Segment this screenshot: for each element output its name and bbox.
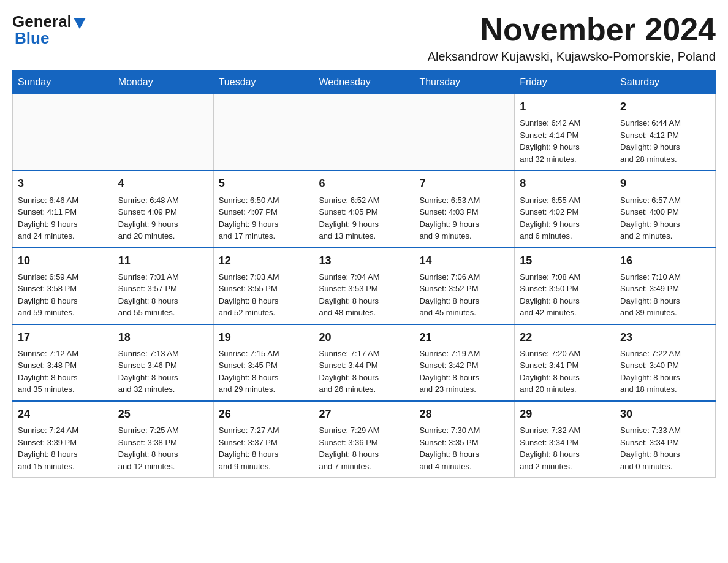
calendar-header-row: Sunday Monday Tuesday Wednesday Thursday…: [13, 71, 716, 94]
day-number: 12: [219, 253, 309, 269]
day-info: Sunrise: 7:33 AM Sunset: 3:34 PM Dayligh…: [620, 424, 710, 472]
table-row: 19Sunrise: 7:15 AM Sunset: 3:45 PM Dayli…: [213, 324, 314, 401]
day-number: 20: [319, 330, 409, 345]
table-row: 13Sunrise: 7:04 AM Sunset: 3:53 PM Dayli…: [314, 248, 414, 324]
day-number: 18: [118, 330, 208, 345]
day-number: 4: [118, 176, 208, 191]
day-number: 16: [620, 253, 710, 269]
day-number: 26: [219, 407, 309, 422]
table-row: 12Sunrise: 7:03 AM Sunset: 3:55 PM Dayli…: [213, 248, 314, 324]
calendar-week-1: 1Sunrise: 6:42 AM Sunset: 4:14 PM Daylig…: [13, 94, 716, 171]
table-row: 5Sunrise: 6:50 AM Sunset: 4:07 PM Daylig…: [213, 170, 314, 247]
day-info: Sunrise: 6:42 AM Sunset: 4:14 PM Dayligh…: [520, 117, 610, 165]
table-row: 16Sunrise: 7:10 AM Sunset: 3:49 PM Dayli…: [615, 248, 716, 324]
day-info: Sunrise: 7:22 AM Sunset: 3:40 PM Dayligh…: [620, 348, 710, 396]
table-row: 15Sunrise: 7:08 AM Sunset: 3:50 PM Dayli…: [515, 248, 615, 324]
logo-triangle-icon: [74, 18, 86, 29]
day-info: Sunrise: 7:03 AM Sunset: 3:55 PM Dayligh…: [219, 271, 309, 319]
table-row: 28Sunrise: 7:30 AM Sunset: 3:35 PM Dayli…: [414, 401, 515, 478]
day-number: 30: [620, 407, 710, 422]
day-number: 3: [18, 176, 108, 191]
day-info: Sunrise: 6:53 AM Sunset: 4:03 PM Dayligh…: [419, 194, 509, 242]
day-info: Sunrise: 7:30 AM Sunset: 3:35 PM Dayligh…: [419, 424, 509, 472]
day-info: Sunrise: 7:32 AM Sunset: 3:34 PM Dayligh…: [520, 424, 610, 472]
table-row: 6Sunrise: 6:52 AM Sunset: 4:05 PM Daylig…: [314, 170, 414, 247]
day-info: Sunrise: 7:25 AM Sunset: 3:38 PM Dayligh…: [118, 424, 208, 472]
day-info: Sunrise: 6:44 AM Sunset: 4:12 PM Dayligh…: [620, 117, 710, 165]
table-row: 24Sunrise: 7:24 AM Sunset: 3:39 PM Dayli…: [13, 401, 113, 478]
day-number: 5: [219, 176, 309, 191]
table-row: 11Sunrise: 7:01 AM Sunset: 3:57 PM Dayli…: [113, 248, 213, 324]
table-row: [414, 94, 515, 171]
day-info: Sunrise: 6:57 AM Sunset: 4:00 PM Dayligh…: [620, 194, 710, 242]
table-row: 9Sunrise: 6:57 AM Sunset: 4:00 PM Daylig…: [615, 170, 716, 247]
table-row: [13, 94, 113, 171]
col-wednesday: Wednesday: [314, 71, 414, 94]
col-thursday: Thursday: [414, 71, 515, 94]
col-tuesday: Tuesday: [213, 71, 314, 94]
day-info: Sunrise: 7:06 AM Sunset: 3:52 PM Dayligh…: [419, 271, 509, 319]
day-number: 15: [520, 253, 610, 269]
day-number: 27: [319, 407, 409, 422]
day-number: 22: [520, 330, 610, 345]
day-number: 7: [419, 176, 509, 191]
location-title: Aleksandrow Kujawski, Kujawsko-Pomorskie…: [428, 50, 716, 64]
day-info: Sunrise: 7:13 AM Sunset: 3:46 PM Dayligh…: [118, 348, 208, 396]
table-row: 4Sunrise: 6:48 AM Sunset: 4:09 PM Daylig…: [113, 170, 213, 247]
day-number: 1: [520, 99, 610, 115]
table-row: 30Sunrise: 7:33 AM Sunset: 3:34 PM Dayli…: [615, 401, 716, 478]
col-friday: Friday: [515, 71, 615, 94]
day-number: 19: [219, 330, 309, 345]
table-row: [113, 94, 213, 171]
day-info: Sunrise: 7:19 AM Sunset: 3:42 PM Dayligh…: [419, 348, 509, 396]
day-info: Sunrise: 7:01 AM Sunset: 3:57 PM Dayligh…: [118, 271, 208, 319]
title-block: November 2024 Aleksandrow Kujawski, Kuja…: [428, 12, 716, 64]
day-number: 13: [319, 253, 409, 269]
table-row: 21Sunrise: 7:19 AM Sunset: 3:42 PM Dayli…: [414, 324, 515, 401]
day-number: 14: [419, 253, 509, 269]
day-info: Sunrise: 7:17 AM Sunset: 3:44 PM Dayligh…: [319, 348, 409, 396]
table-row: 14Sunrise: 7:06 AM Sunset: 3:52 PM Dayli…: [414, 248, 515, 324]
day-number: 25: [118, 407, 208, 422]
day-info: Sunrise: 7:10 AM Sunset: 3:49 PM Dayligh…: [620, 271, 710, 319]
calendar-week-4: 17Sunrise: 7:12 AM Sunset: 3:48 PM Dayli…: [13, 324, 716, 401]
table-row: 1Sunrise: 6:42 AM Sunset: 4:14 PM Daylig…: [515, 94, 615, 171]
table-row: 25Sunrise: 7:25 AM Sunset: 3:38 PM Dayli…: [113, 401, 213, 478]
day-info: Sunrise: 7:08 AM Sunset: 3:50 PM Dayligh…: [520, 271, 610, 319]
col-monday: Monday: [113, 71, 213, 94]
table-row: 8Sunrise: 6:55 AM Sunset: 4:02 PM Daylig…: [515, 170, 615, 247]
day-info: Sunrise: 7:12 AM Sunset: 3:48 PM Dayligh…: [18, 348, 108, 396]
table-row: 22Sunrise: 7:20 AM Sunset: 3:41 PM Dayli…: [515, 324, 615, 401]
table-row: 10Sunrise: 6:59 AM Sunset: 3:58 PM Dayli…: [13, 248, 113, 324]
calendar-week-2: 3Sunrise: 6:46 AM Sunset: 4:11 PM Daylig…: [13, 170, 716, 247]
day-info: Sunrise: 7:15 AM Sunset: 3:45 PM Dayligh…: [219, 348, 309, 396]
month-title: November 2024: [428, 12, 716, 47]
day-number: 8: [520, 176, 610, 191]
table-row: [314, 94, 414, 171]
day-info: Sunrise: 6:52 AM Sunset: 4:05 PM Dayligh…: [319, 194, 409, 242]
day-info: Sunrise: 6:46 AM Sunset: 4:11 PM Dayligh…: [18, 194, 108, 242]
col-saturday: Saturday: [615, 71, 716, 94]
day-number: 23: [620, 330, 710, 345]
table-row: 20Sunrise: 7:17 AM Sunset: 3:44 PM Dayli…: [314, 324, 414, 401]
table-row: 26Sunrise: 7:27 AM Sunset: 3:37 PM Dayli…: [213, 401, 314, 478]
logo: General Blue: [12, 12, 86, 48]
day-number: 11: [118, 253, 208, 269]
table-row: 23Sunrise: 7:22 AM Sunset: 3:40 PM Dayli…: [615, 324, 716, 401]
table-row: 27Sunrise: 7:29 AM Sunset: 3:36 PM Dayli…: [314, 401, 414, 478]
table-row: 17Sunrise: 7:12 AM Sunset: 3:48 PM Dayli…: [13, 324, 113, 401]
day-info: Sunrise: 7:29 AM Sunset: 3:36 PM Dayligh…: [319, 424, 409, 472]
day-number: 9: [620, 176, 710, 191]
table-row: 2Sunrise: 6:44 AM Sunset: 4:12 PM Daylig…: [615, 94, 716, 171]
table-row: 18Sunrise: 7:13 AM Sunset: 3:46 PM Dayli…: [113, 324, 213, 401]
day-info: Sunrise: 7:04 AM Sunset: 3:53 PM Dayligh…: [319, 271, 409, 319]
day-info: Sunrise: 6:50 AM Sunset: 4:07 PM Dayligh…: [219, 194, 309, 242]
day-number: 2: [620, 99, 710, 115]
calendar-week-5: 24Sunrise: 7:24 AM Sunset: 3:39 PM Dayli…: [13, 401, 716, 478]
logo-blue-text: Blue: [15, 29, 49, 48]
day-number: 24: [18, 407, 108, 422]
table-row: 7Sunrise: 6:53 AM Sunset: 4:03 PM Daylig…: [414, 170, 515, 247]
day-info: Sunrise: 7:20 AM Sunset: 3:41 PM Dayligh…: [520, 348, 610, 396]
day-info: Sunrise: 6:59 AM Sunset: 3:58 PM Dayligh…: [18, 271, 108, 319]
day-number: 6: [319, 176, 409, 191]
